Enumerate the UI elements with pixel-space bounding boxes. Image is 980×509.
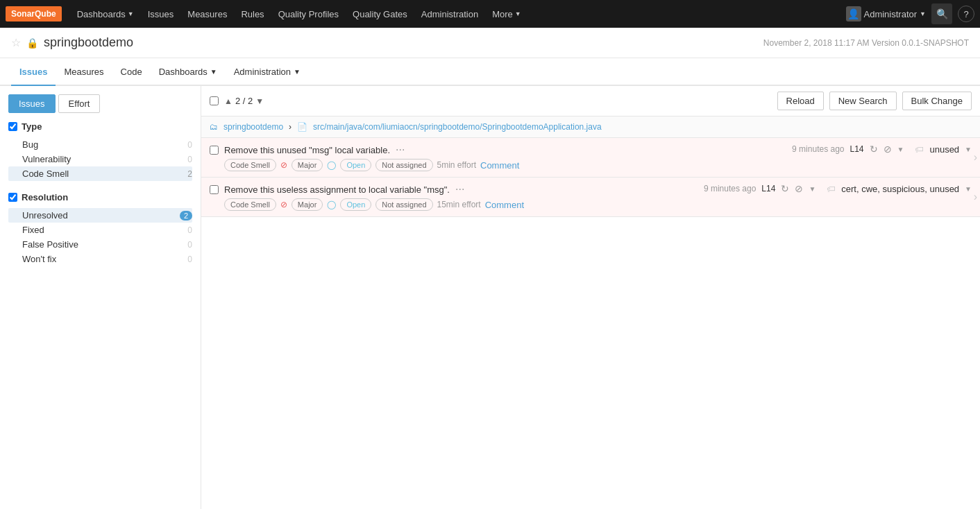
project-nav-dashboards[interactable]: Dashboards ▼ [151,58,226,86]
issue-1-more-icon[interactable]: ▼ [897,146,904,153]
issue-2-tag-arrow[interactable]: ▼ [965,185,972,193]
type-filter-checkbox[interactable] [8,122,17,131]
issue-2-comment[interactable]: Comment [485,200,524,210]
issue-1-dots[interactable]: ··· [396,144,405,156]
issue-1-assignee-badge[interactable]: Not assigned [375,159,432,171]
filter-bug[interactable]: Bug 0 [8,137,192,152]
code-smell-count: 2 [187,169,192,179]
issue-2-title[interactable]: Remove this useless assignment to local … [224,184,450,195]
issue-1-tag-icon: 🏷 [915,144,924,155]
issue-1-expand-arrow[interactable]: › [974,151,977,164]
nav-quality-profiles[interactable]: Quality Profiles [271,0,346,28]
nav-rules[interactable]: Rules [234,0,271,28]
issue-1-checkbox[interactable] [210,146,219,155]
wontfix-count: 0 [187,254,192,264]
issue-item-2: Remove this useless assignment to local … [201,178,980,217]
issue-2-status-icon: ◯ [327,200,336,209]
resolution-filter: Resolution Unresolved 2 Fixed 0 False Po… [8,192,192,266]
tab-issues[interactable]: Issues [8,94,56,113]
issue-2-dots[interactable]: ··· [455,183,464,196]
type-filter-header: Type [8,121,192,132]
reload-button[interactable]: Reload [777,92,824,110]
favorite-star[interactable]: ☆ [11,36,21,49]
issue-2-time: 9 minutes ago [704,184,756,193]
visibility-lock-icon: 🔒 [26,37,38,49]
global-search-button[interactable]: 🔍 [931,3,952,24]
file-icon: 📄 [297,122,307,132]
pagination-up[interactable]: ▲ [224,96,233,106]
top-nav: SonarQube Dashboards ▼ Issues Measures R… [0,0,980,28]
tab-effort[interactable]: Effort [58,94,101,113]
project-nav-code[interactable]: Code [112,58,151,86]
issue-1-title[interactable]: Remove this unused "msg" local variable. [224,145,390,155]
nav-administration[interactable]: Administration [414,0,485,28]
filter-vulnerability[interactable]: Vulnerability 0 [8,152,192,166]
filter-wontfix[interactable]: Won't fix 0 [8,252,192,266]
toolbar-right: Reload New Search Bulk Change [777,92,972,110]
resolution-filter-header: Resolution [8,192,192,202]
more-arrow: ▼ [515,10,521,17]
issue-2-expand-arrow[interactable]: › [974,191,977,203]
filter-unresolved[interactable]: Unresolved 2 [8,208,192,223]
admin-arrow: ▼ [920,10,926,17]
issue-1-severity-dot: ⊘ [280,160,287,170]
filter-code-smell[interactable]: Code Smell 2 [8,166,192,181]
breadcrumb-project[interactable]: springbootdemo [223,122,283,132]
issue-2-checkbox[interactable] [210,185,219,194]
breadcrumb-file[interactable]: src/main/java/com/liumiaocn/springbootde… [313,122,602,132]
pagination-down[interactable]: ▼ [255,96,264,106]
project-nav-issues[interactable]: Issues [11,58,56,86]
project-title: springbootdemo [44,35,133,50]
issues-toolbar: ▲ 2 / 2 ▼ Reload New Search Bulk Change [201,86,980,117]
nav-measures[interactable]: Measures [180,0,234,28]
issue-2-tag-icon: 🏷 [827,184,836,194]
issue-2-status-badge[interactable]: Open [340,198,371,211]
separator-dots: · · · · · · · [465,506,516,510]
issue-1-refresh-icon[interactable]: ↻ [870,144,878,155]
resolution-filter-checkbox[interactable] [8,193,17,202]
issue-2-meta: Code Smell ⊘ Major ◯ Open Not assigned 1… [224,198,524,211]
nav-more[interactable]: More ▼ [485,0,528,28]
issue-2-effort: 15min effort [437,200,481,209]
issue-2-more-icon[interactable]: ▼ [809,185,816,193]
issue-2-type-badge[interactable]: Code Smell [224,198,276,211]
issue-1-tag-arrow[interactable]: ▼ [965,146,972,153]
bulk-change-button[interactable]: Bulk Change [902,92,972,110]
issue-1-time: 9 minutes ago [792,144,844,154]
issue-2-refresh-icon[interactable]: ↻ [781,183,789,194]
issues-sidebar: Issues Effort Type Bug 0 Vulnerability 0… [0,86,201,509]
bug-count: 0 [187,140,192,150]
issue-1-status-badge[interactable]: Open [340,159,371,171]
issue-1-status-icon: ◯ [327,160,336,170]
toolbar-left: ▲ 2 / 2 ▼ [210,96,264,106]
project-sub-nav: Issues Measures Code Dashboards ▼ Admini… [0,58,980,86]
issue-1-type-badge[interactable]: Code Smell [224,159,276,171]
issue-1-content: Remove this unused "msg" local variable.… [224,144,519,171]
issue-2-severity-dot: ⊘ [280,200,287,209]
unresolved-badge: 2 [180,211,192,221]
issue-2-severity-badge[interactable]: Major [292,198,323,211]
issue-1-severity-badge[interactable]: Major [292,159,323,171]
filter-false-positive[interactable]: False Positive 0 [8,237,192,252]
sonarqube-logo[interactable]: SonarQube [6,6,62,21]
admin-sub-arrow: ▼ [294,68,301,76]
select-all-checkbox[interactable] [210,96,219,105]
nav-quality-gates[interactable]: Quality Gates [346,0,414,28]
nav-issues[interactable]: Issues [141,0,181,28]
admin-button[interactable]: 👤 Administrator ▼ [846,6,927,21]
project-bar: ☆ 🔒 springbootdemo November 2, 2018 11:1… [0,28,980,58]
project-nav-administration[interactable]: Administration ▼ [226,58,309,86]
new-search-button[interactable]: New Search [829,92,897,110]
issue-2-filter-icon[interactable]: ⊘ [795,183,803,194]
main-layout: Issues Effort Type Bug 0 Vulnerability 0… [0,86,980,509]
help-button[interactable]: ? [958,6,974,22]
issue-2-assignee-badge[interactable]: Not assigned [375,198,432,211]
type-filter: Type Bug 0 Vulnerability 0 Code Smell 2 [8,121,192,181]
issue-1-filter-icon[interactable]: ⊘ [884,144,892,155]
issue-1-comment[interactable]: Comment [480,160,519,171]
nav-dashboards[interactable]: Dashboards ▼ [70,0,141,28]
project-nav-measures[interactable]: Measures [56,58,112,86]
filter-fixed[interactable]: Fixed 0 [8,223,192,237]
issue-2-meta-right: 9 minutes ago L14 ↻ ⊘ ▼ 🏷 cert, cwe, sus… [704,183,972,194]
issue-2-content: Remove this useless assignment to local … [224,183,524,211]
